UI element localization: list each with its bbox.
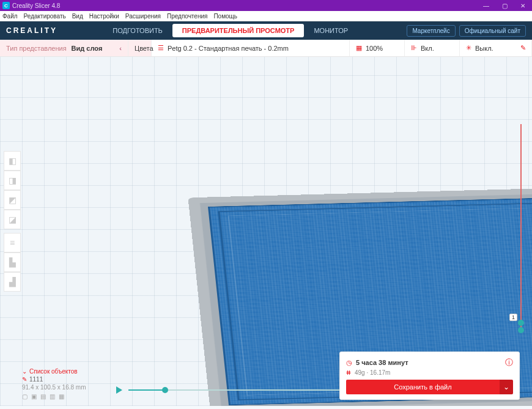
adhesion-value: Выкл. bbox=[475, 45, 493, 52]
object-list-title[interactable]: ⌄ Список объектов bbox=[22, 368, 86, 375]
infill-control[interactable]: ▦ 100% bbox=[350, 40, 405, 56]
clock-icon: ◷ bbox=[346, 359, 352, 367]
marketplace-button[interactable]: Маркетплейс bbox=[407, 25, 455, 37]
view-option5-button[interactable]: ≡ bbox=[4, 233, 21, 252]
print-time: 5 часа 38 минут bbox=[356, 359, 408, 366]
view-option6-button[interactable]: ▙ bbox=[4, 252, 21, 272]
tab-prepare[interactable]: ПОДГОТОВИТЬ bbox=[103, 24, 172, 37]
official-site-button[interactable]: Официальный сайт bbox=[459, 25, 526, 37]
object-list-panel: ⌄ Список объектов ✎ 1111 91.4 x 100.5 x … bbox=[22, 368, 86, 400]
logo: CREALITY bbox=[6, 26, 57, 35]
object-dimensions: 91.4 x 100.5 x 16.8 mm bbox=[22, 384, 86, 391]
object-list-item[interactable]: ✎ 1111 bbox=[22, 376, 86, 383]
print-profile-value: Petg 0.2 - Стандартная печать - 0.2mm bbox=[168, 45, 289, 52]
menu-extensions[interactable]: Расширения bbox=[125, 13, 161, 20]
window-title: Creality Slicer 4.8 bbox=[12, 2, 60, 9]
color-scheme-label: Цвета bbox=[135, 45, 153, 52]
menu-edit[interactable]: Редактировать bbox=[24, 13, 66, 20]
header: CREALITY ПОДГОТОВИТЬ ПРЕДВАРИТЕЛЬНЫЙ ПРО… bbox=[0, 21, 532, 40]
view-option4-button[interactable]: ◪ bbox=[4, 210, 21, 229]
infill-icon: ▦ bbox=[356, 44, 362, 52]
stage-tabs: ПОДГОТОВИТЬ ПРЕДВАРИТЕЛЬНЫЙ ПРОСМОТР МОН… bbox=[103, 21, 358, 40]
save-dropdown-button[interactable]: ⌄ bbox=[500, 380, 513, 394]
view-toolbar: ◧ ◨ ◩ ◪ ≡ ▙ ▟ bbox=[4, 151, 21, 292]
cube-icon[interactable]: ▢ bbox=[22, 393, 28, 400]
layer-slider[interactable]: 1 bbox=[516, 124, 526, 332]
menubar: Файл Редактировать Вид Настройки Расшире… bbox=[0, 11, 532, 21]
tab-preview[interactable]: ПРЕДВАРИТЕЛЬНЫЙ ПРОСМОТР bbox=[172, 24, 305, 37]
infill-value: 100% bbox=[366, 45, 383, 52]
play-icon[interactable] bbox=[116, 386, 122, 394]
view-layer-button[interactable]: ◩ bbox=[4, 190, 21, 210]
maximize-button[interactable]: ▢ bbox=[495, 0, 514, 11]
object-actions: ▢ ▣ ▤ ▥ ▦ bbox=[22, 393, 86, 400]
support-icon: ⊪ bbox=[411, 44, 417, 52]
info-icon[interactable]: ⓘ bbox=[505, 357, 513, 368]
layer-slider-value: 1 bbox=[509, 314, 517, 321]
color-scheme-selector[interactable]: Цвета bbox=[128, 40, 152, 56]
cube4-icon[interactable]: ▥ bbox=[50, 393, 55, 400]
support-value: Вкл. bbox=[421, 45, 434, 52]
view-type-label: Тип представления bbox=[6, 45, 67, 52]
filament-icon: ⵌ bbox=[346, 369, 351, 376]
tab-monitor[interactable]: МОНИТОР bbox=[304, 24, 358, 37]
chevron-left-icon: ‹ bbox=[119, 45, 122, 52]
menu-view[interactable]: Вид bbox=[72, 13, 83, 20]
chevron-down-icon: ⌄ bbox=[22, 368, 27, 375]
layer-slider-handle-top[interactable] bbox=[518, 320, 524, 326]
close-button[interactable]: ✕ bbox=[514, 0, 532, 11]
menu-preferences[interactable]: Предпочтения bbox=[167, 13, 207, 20]
layers-icon: ☰ bbox=[158, 44, 164, 52]
print-material: 49g · 16.17m bbox=[355, 369, 390, 376]
chevron-down-icon: ⌄ bbox=[503, 383, 509, 391]
window-controls: — ▢ ✕ bbox=[477, 0, 532, 11]
menu-settings[interactable]: Настройки bbox=[89, 13, 119, 20]
view-type-selector[interactable]: Тип представления Вид слоя ‹ bbox=[0, 40, 128, 56]
app-icon: C bbox=[2, 2, 10, 9]
view-type-value: Вид слоя bbox=[72, 45, 103, 52]
pencil-icon: ✎ bbox=[22, 376, 27, 383]
support-control[interactable]: ⊪ Вкл. bbox=[405, 40, 460, 56]
layer-slider-handle-bottom[interactable] bbox=[518, 327, 524, 333]
object-name: 1111 bbox=[29, 376, 43, 383]
pencil-icon: ✎ bbox=[520, 44, 526, 52]
view-option7-button[interactable]: ▟ bbox=[4, 272, 21, 292]
save-to-file-button[interactable]: Сохранить в файл bbox=[346, 380, 500, 394]
adhesion-icon: ✳ bbox=[466, 44, 471, 52]
menu-help[interactable]: Помощь bbox=[213, 13, 237, 20]
menu-file[interactable]: Файл bbox=[2, 13, 18, 20]
titlebar: C Creality Slicer 4.8 — ▢ ✕ bbox=[0, 0, 532, 11]
cube3-icon[interactable]: ▤ bbox=[40, 393, 46, 400]
simulation-slider-handle[interactable] bbox=[162, 387, 168, 393]
cube5-icon[interactable]: ▦ bbox=[59, 393, 64, 400]
viewport[interactable]: ◧ ◨ ◩ ◪ ≡ ▙ ▟ 1 ⌄ Список объектов ✎ 1111… bbox=[0, 57, 532, 406]
view-xray-button[interactable]: ◨ bbox=[4, 171, 21, 190]
print-info-panel: ◷ 5 часа 38 минут ⓘ ⵌ 49g · 16.17m Сохра… bbox=[339, 352, 520, 400]
cube2-icon[interactable]: ▣ bbox=[31, 393, 37, 400]
print-profile-selector[interactable]: ☰ Petg 0.2 - Стандартная печать - 0.2mm bbox=[152, 40, 350, 56]
view-solid-button[interactable]: ◧ bbox=[4, 151, 21, 171]
options-bar: Тип представления Вид слоя ‹ Цвета ☰ Pet… bbox=[0, 40, 532, 57]
minimize-button[interactable]: — bbox=[477, 0, 495, 11]
edit-settings-button[interactable]: ✎ bbox=[515, 40, 532, 56]
adhesion-control[interactable]: ✳ Выкл. bbox=[460, 40, 515, 56]
